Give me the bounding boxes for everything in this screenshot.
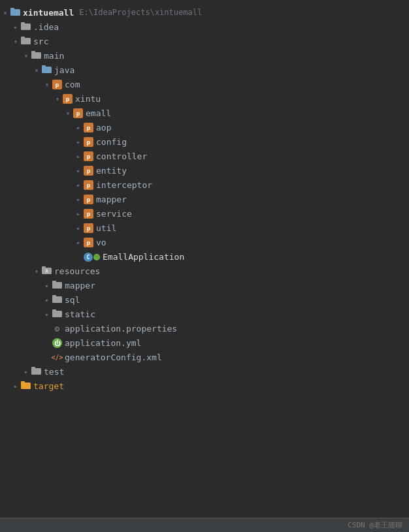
tree-label: target — [33, 381, 64, 391]
tree-arrow[interactable] — [42, 337, 52, 348]
folder-icon — [31, 366, 44, 377]
folder-icon — [52, 280, 65, 290]
package-icon: p — [84, 151, 96, 162]
tree-arrow[interactable] — [73, 223, 84, 233]
tree-row[interactable]: C 🌿 EmallApplication — [0, 249, 409, 264]
status-bar: CSDN @老王随聊 — [0, 518, 409, 532]
tree-row[interactable]: putil — [0, 221, 409, 235]
tree-arrow[interactable] — [73, 136, 84, 147]
tree-row[interactable]: pvo — [0, 235, 409, 249]
tree-row[interactable]: sql — [0, 292, 409, 307]
tree-row[interactable]: pmapper — [0, 192, 409, 206]
svg-rect-16 — [52, 295, 56, 298]
tree-row[interactable]: static — [0, 307, 409, 321]
tree-row[interactable]: test — [0, 364, 409, 379]
tree-row[interactable]: pemall — [0, 106, 409, 120]
project-tree: xintuemallE:\IdeaProjects\xintuemall .id… — [0, 0, 409, 398]
tree-row[interactable]: ⚙application.properties — [0, 321, 409, 336]
tree-row[interactable]: pinterceptor — [0, 178, 409, 192]
folder-icon — [21, 36, 33, 46]
tree-label: main — [44, 51, 64, 61]
tree-label: generatorConfig.xml — [65, 352, 162, 362]
tree-arrow[interactable] — [42, 323, 52, 334]
svg-rect-9 — [42, 65, 46, 68]
tree-label: entity — [96, 166, 127, 176]
package-icon: p — [84, 194, 96, 205]
tree-arrow[interactable] — [0, 7, 10, 18]
tree-row[interactable]: R resources — [0, 264, 409, 278]
tree-label: application.yml — [65, 338, 141, 348]
tree-arrow[interactable] — [10, 36, 21, 46]
folder-icon — [10, 7, 23, 18]
tree-label: util — [96, 223, 116, 233]
tree-row[interactable]: pconfig — [0, 134, 409, 149]
tree-label: vo — [96, 238, 106, 247]
tree-arrow[interactable] — [73, 165, 84, 176]
package-icon: p — [84, 208, 96, 219]
folder-target-icon — [21, 381, 33, 391]
tree-row[interactable]: mapper — [0, 278, 409, 292]
package-icon: p — [84, 136, 96, 148]
xml-icon: </> — [52, 352, 65, 362]
package-icon: p — [84, 180, 96, 191]
tree-arrow[interactable] — [73, 151, 84, 161]
tree-arrow[interactable] — [42, 79, 52, 89]
tree-row[interactable]: pservice — [0, 206, 409, 221]
tree-label: mapper — [65, 281, 95, 290]
tree-row[interactable]: ⏻application.yml — [0, 336, 409, 350]
folder-icon — [52, 294, 65, 305]
tree-row[interactable]: target — [0, 379, 409, 393]
tree-arrow[interactable] — [63, 108, 73, 118]
spring-class-icon: C 🌿 — [84, 251, 103, 262]
tree-row[interactable]: xintuemallE:\IdeaProjects\xintuemall — [0, 5, 409, 20]
tree-row[interactable]: java — [0, 63, 409, 77]
tree-row[interactable]: pentity — [0, 163, 409, 178]
tree-arrow[interactable] — [42, 294, 52, 305]
tree-arrow[interactable] — [73, 122, 84, 133]
package-icon: p — [63, 93, 75, 104]
tree-arrow[interactable] — [52, 93, 63, 104]
tree-row[interactable]: main — [0, 48, 409, 63]
svg-rect-22 — [21, 381, 25, 384]
tree-arrow[interactable] — [73, 251, 84, 262]
tree-label: java — [54, 65, 74, 75]
package-icon: p — [84, 237, 96, 248]
settings-icon: ⚙ — [52, 324, 65, 334]
tree-row[interactable]: paop — [0, 120, 409, 134]
package-icon: p — [73, 108, 86, 119]
tree-row[interactable]: pcontroller — [0, 149, 409, 163]
tree-arrow[interactable] — [42, 280, 52, 290]
folder-icon — [52, 309, 65, 319]
svg-rect-5 — [21, 37, 25, 39]
tree-arrow[interactable] — [10, 381, 21, 391]
tree-label: resources — [54, 266, 100, 276]
tree-label: .idea — [33, 22, 59, 32]
tree-label: src — [33, 37, 48, 46]
tree-row[interactable]: pcom — [0, 77, 409, 91]
tree-row[interactable]: src — [0, 34, 409, 48]
tree-arrow[interactable] — [31, 65, 42, 75]
tree-row[interactable]: </>generatorConfig.xml — [0, 350, 409, 364]
tree-arrow[interactable] — [21, 50, 31, 61]
tree-row[interactable]: .idea — [0, 20, 409, 34]
tree-arrow[interactable] — [73, 237, 84, 247]
spring-icon: ⏻ — [52, 337, 65, 349]
tree-arrow[interactable] — [21, 366, 31, 377]
svg-rect-3 — [21, 22, 25, 25]
tree-label: xintuemall — [23, 8, 74, 18]
tree-label: sql — [65, 295, 80, 305]
tree-arrow[interactable] — [42, 309, 52, 319]
folder-icon — [42, 65, 54, 75]
tree-label: controller — [96, 151, 147, 161]
tree-row[interactable]: pxintu — [0, 91, 409, 106]
tree-arrow[interactable] — [73, 180, 84, 190]
tree-arrow[interactable] — [73, 208, 84, 219]
folder-icon — [21, 22, 33, 32]
tree-arrow[interactable] — [73, 194, 84, 204]
svg-rect-20 — [31, 367, 35, 369]
tree-arrow[interactable] — [31, 266, 42, 276]
svg-rect-14 — [52, 281, 56, 283]
package-icon: p — [84, 122, 96, 133]
folder-resources-icon: R — [42, 266, 54, 276]
tree-arrow[interactable] — [10, 22, 21, 32]
